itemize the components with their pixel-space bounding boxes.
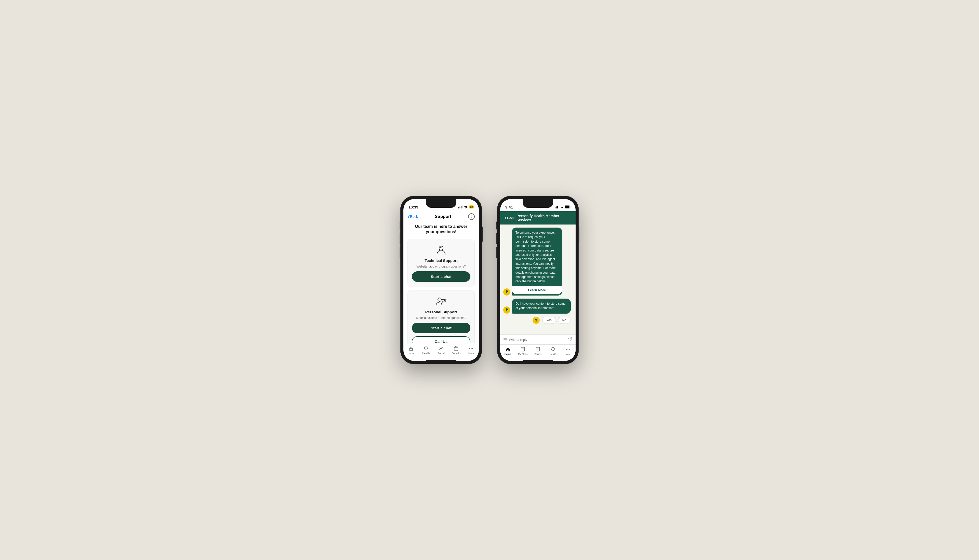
back-label-1: Back bbox=[410, 215, 418, 219]
svg-rect-12 bbox=[409, 348, 413, 350]
learn-more-button[interactable]: Learn More bbox=[512, 286, 562, 294]
tab-health-label-2: Health bbox=[550, 353, 556, 355]
svg-point-17 bbox=[471, 348, 472, 349]
signal-icon-2 bbox=[555, 205, 559, 208]
personal-support-icon bbox=[435, 295, 447, 308]
health-svg-2 bbox=[550, 347, 555, 352]
signal-icon bbox=[458, 205, 463, 208]
tab-bar-1: Home Health bbox=[403, 343, 479, 359]
help-button[interactable]: ? bbox=[468, 213, 475, 220]
health-icon-2 bbox=[550, 346, 556, 352]
personal-support-title: Personal Support bbox=[425, 310, 457, 314]
no-button[interactable]: No bbox=[558, 317, 570, 324]
menu-icon[interactable]: ☰ bbox=[503, 337, 507, 342]
tab-myplans-2[interactable]: My Plans bbox=[515, 346, 530, 355]
svg-point-14 bbox=[441, 347, 443, 348]
more-icon-1 bbox=[468, 345, 474, 352]
svg-point-5 bbox=[440, 247, 442, 249]
tab-home-label-2: Home bbox=[505, 353, 511, 355]
health-icon-1 bbox=[423, 345, 429, 352]
claims-icon bbox=[535, 346, 541, 352]
svg-rect-23 bbox=[570, 207, 570, 207]
chat-input-bar: ☰ bbox=[500, 335, 576, 344]
bot-avatar-2 bbox=[503, 307, 510, 313]
tech-support-icon bbox=[435, 244, 447, 256]
home-indicator-1 bbox=[426, 360, 456, 361]
chat-back-button[interactable]: Back bbox=[504, 216, 515, 220]
status-icons-2 bbox=[555, 205, 570, 208]
bot-message-2-text: Do I have your content to store some of … bbox=[516, 302, 566, 310]
yes-button[interactable]: Yes bbox=[542, 317, 556, 324]
svg-point-16 bbox=[469, 348, 470, 349]
reply-input[interactable] bbox=[509, 338, 566, 342]
svg-rect-1 bbox=[459, 207, 460, 208]
wifi-icon bbox=[464, 205, 468, 208]
tab-more-2[interactable]: More bbox=[561, 346, 576, 355]
svg-rect-19 bbox=[555, 207, 555, 208]
notch-2 bbox=[523, 199, 553, 208]
chat-header: Back Personify Health Member Services bbox=[500, 211, 576, 225]
svg-rect-24 bbox=[565, 206, 569, 208]
bot-message-1-wrapper: To enhance your experience, I'd like to … bbox=[512, 228, 571, 295]
call-us-button[interactable]: Call Us bbox=[412, 336, 470, 343]
tech-support-subtitle: Website, app or program questions? bbox=[416, 265, 466, 268]
answer-buttons-row: Yes No bbox=[503, 317, 573, 324]
chat-back-label: Back bbox=[507, 216, 515, 220]
tab-more-label-1: More bbox=[468, 352, 474, 355]
bot-icon-3 bbox=[534, 318, 538, 322]
svg-rect-25 bbox=[521, 347, 525, 351]
svg-rect-2 bbox=[461, 206, 461, 208]
tab-more-1[interactable]: More bbox=[464, 345, 479, 355]
message-row-1: To enhance your experience, I'd like to … bbox=[503, 228, 573, 295]
tab-myplans-label: My Plans bbox=[518, 353, 528, 355]
personal-start-chat-button[interactable]: Start a chat bbox=[412, 323, 470, 333]
personal-support-card: Personal Support Medical, claims or bene… bbox=[408, 290, 475, 343]
svg-point-27 bbox=[566, 349, 567, 350]
more-icon-2 bbox=[565, 346, 571, 352]
tab-health-1[interactable]: Health bbox=[418, 345, 433, 355]
tab-social-1[interactable]: Social bbox=[433, 345, 448, 355]
notch bbox=[426, 199, 456, 208]
back-button-1[interactable]: Back bbox=[408, 215, 418, 219]
more-svg-2 bbox=[565, 347, 570, 352]
tab-benefits-1[interactable]: Benefits bbox=[449, 345, 464, 355]
tab-health-2[interactable]: Health bbox=[546, 346, 561, 355]
svg-point-29 bbox=[569, 349, 570, 350]
tech-start-chat-button[interactable]: Start a chat bbox=[412, 271, 470, 282]
tab-home-2[interactable]: Home bbox=[500, 346, 515, 355]
home-icon-2 bbox=[505, 346, 511, 352]
personal-support-subtitle: Medical, claims or benefit questions? bbox=[416, 316, 466, 320]
send-icon[interactable] bbox=[568, 337, 573, 342]
phone-1: 10:39 13 bbox=[400, 196, 482, 364]
svg-point-28 bbox=[568, 349, 568, 350]
home-icon-1 bbox=[408, 345, 414, 352]
home-indicator-2 bbox=[523, 360, 553, 361]
message-row-2: Do I have your content to store some of … bbox=[503, 298, 573, 313]
bot-avatar-3 bbox=[533, 317, 540, 324]
tab-social-label-1: Social bbox=[438, 352, 444, 355]
chat-messages: To enhance your experience, I'd like to … bbox=[500, 225, 576, 335]
myplans-svg bbox=[520, 347, 525, 352]
myplans-icon bbox=[520, 346, 526, 352]
home-svg-2 bbox=[505, 347, 510, 352]
benefits-icon-1 bbox=[453, 345, 459, 352]
bot-icon-2 bbox=[505, 308, 509, 312]
status-time-2: 9:41 bbox=[505, 205, 513, 209]
hero-text: Our team is here to answer your question… bbox=[408, 222, 475, 236]
svg-rect-20 bbox=[556, 207, 557, 208]
tab-benefits-label-1: Benefits bbox=[451, 352, 461, 355]
svg-rect-3 bbox=[462, 205, 463, 208]
svg-point-18 bbox=[473, 348, 473, 349]
svg-point-10 bbox=[446, 300, 446, 300]
status-icons: 13 bbox=[458, 205, 474, 208]
svg-rect-21 bbox=[557, 206, 558, 208]
bot-message-1: To enhance your experience, I'd like to … bbox=[512, 228, 562, 295]
tab-bar-2: Home My Plans bbox=[500, 344, 576, 359]
chat-header-title: Personify Health Member Services bbox=[516, 214, 571, 222]
wifi-icon-2 bbox=[560, 206, 564, 208]
tab-home-1[interactable]: Home bbox=[403, 345, 418, 355]
tab-more-label-2: More bbox=[565, 353, 571, 355]
tab-claims-2[interactable]: Claims bbox=[530, 346, 545, 355]
bot-icon-1 bbox=[505, 290, 509, 294]
battery-icon-2 bbox=[565, 205, 570, 208]
